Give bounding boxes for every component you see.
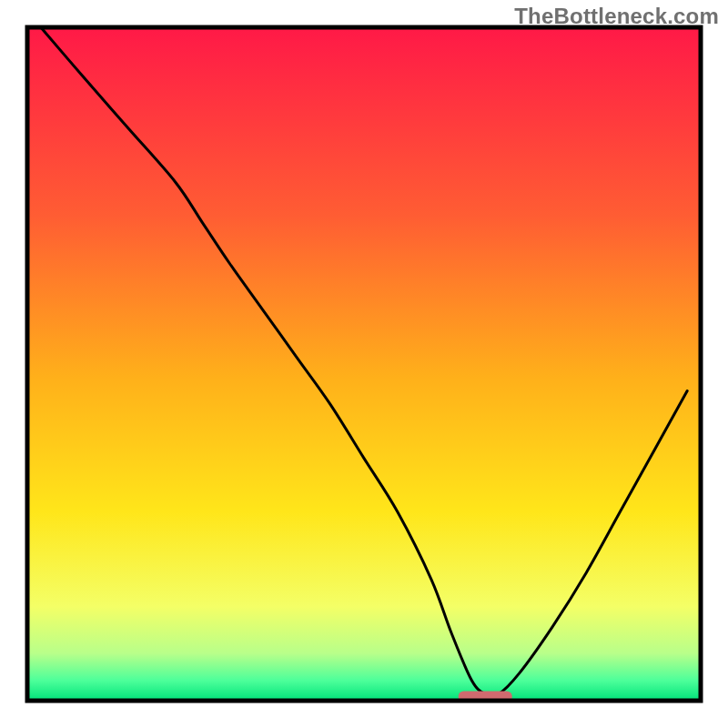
bottleneck-chart — [0, 0, 728, 728]
watermark-label: TheBottleneck.com — [514, 4, 719, 29]
chart-stage: TheBottleneck.com — [0, 0, 728, 728]
